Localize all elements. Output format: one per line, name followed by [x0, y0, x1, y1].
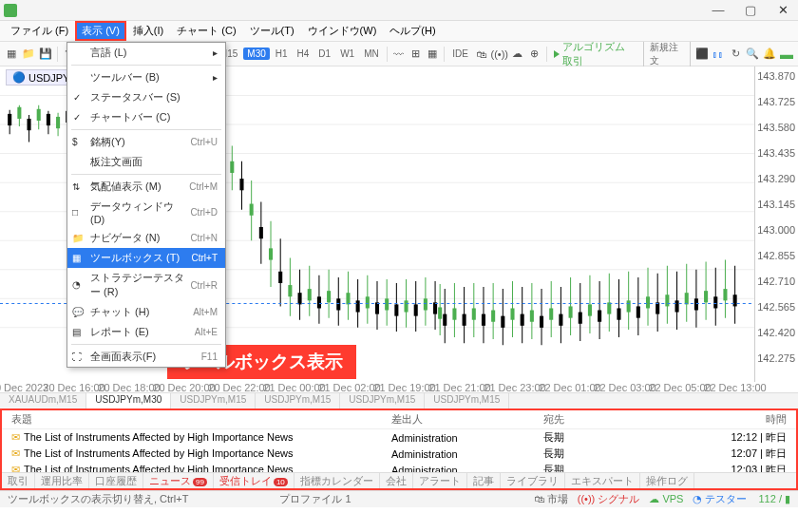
connection-status[interactable]: 112 / ▮	[758, 493, 790, 505]
maximize-icon[interactable]: ▢	[739, 3, 762, 17]
col-subject[interactable]: 表題	[11, 412, 391, 427]
mail-row[interactable]: ✉The List of Instruments Affected by Hig…	[2, 429, 796, 446]
mail-row[interactable]: ✉The List of Instruments Affected by Hig…	[2, 462, 796, 472]
chart-bars-icon[interactable]: ⫾⫾	[711, 46, 726, 63]
signal-link[interactable]: ((•)) シグナル	[578, 492, 640, 506]
toolbox-tab[interactable]: ニュース99	[143, 473, 214, 488]
menu-window[interactable]: ウインドウ(W)	[301, 22, 384, 40]
new-chart-icon[interactable]: ▦	[4, 46, 19, 63]
item-icon: 💬	[72, 307, 84, 318]
svg-rect-104	[438, 307, 442, 318]
grid-icon[interactable]: ▦	[425, 46, 440, 63]
menu-item[interactable]: ✓ステータスバー (S)	[67, 87, 225, 107]
envelope-icon: ✉	[11, 431, 20, 443]
timeframe-H4[interactable]: H4	[294, 48, 314, 60]
toolbox-tab[interactable]: 指標カレンダー	[294, 473, 380, 488]
toolbox-tab[interactable]: 取引	[2, 473, 35, 488]
menu-item[interactable]: $銘柄(Y)Ctrl+U	[67, 132, 225, 152]
menu-file[interactable]: ファイル (F)	[4, 22, 75, 40]
status-hint: ツールボックスの表示切り替え, Ctrl+T	[8, 492, 188, 506]
chart-tab[interactable]: XAUAUDm,M15	[0, 393, 86, 408]
menu-insert[interactable]: 挿入(I)	[126, 22, 170, 40]
chart-tab[interactable]: USDJPYm,M15	[425, 393, 509, 408]
col-time[interactable]: 時間	[711, 412, 787, 427]
menu-tool[interactable]: ツール(T)	[243, 22, 301, 40]
menu-item[interactable]: 板注文画面	[67, 152, 225, 172]
new-order-button[interactable]: 新規注文	[643, 40, 690, 68]
folder-icon[interactable]: 📁	[21, 46, 36, 63]
save-icon[interactable]: 💾	[38, 46, 53, 63]
menu-item[interactable]: ⇅気配値表示 (M)Ctrl+M	[67, 177, 225, 197]
toolbox-tab[interactable]: 会社	[380, 473, 413, 488]
timeframe-MN[interactable]: MN	[360, 48, 383, 60]
bell-icon[interactable]: 🔔	[762, 46, 777, 63]
mail-row[interactable]: ✉The List of Instruments Affected by Hig…	[2, 446, 796, 462]
candle-icon[interactable]: ⊞	[408, 46, 424, 63]
market-icon[interactable]: 🛍	[474, 46, 489, 63]
autotrading-icon[interactable]: ⬛	[694, 46, 710, 63]
col-sender[interactable]: 差出人	[391, 412, 543, 427]
menu-item[interactable]: ✓チャートバー (C)	[67, 107, 225, 127]
menu-chart[interactable]: チャート (C)	[170, 22, 242, 40]
shortcut: Ctrl+R	[190, 280, 218, 291]
timeframe-M30[interactable]: M30	[243, 48, 269, 60]
shortcut: Ctrl+N	[190, 233, 218, 243]
menu-item[interactable]: ▤レポート (E)Alt+E	[67, 322, 225, 342]
envelope-icon: ✉	[11, 464, 20, 472]
svg-rect-78	[317, 296, 321, 308]
algo-trading-button[interactable]: アルゴリズム取引	[550, 40, 639, 68]
col-dest[interactable]: 宛先	[543, 412, 676, 427]
menu-item[interactable]: ツールバー (B)▸	[67, 67, 225, 87]
cloud-icon[interactable]: ☁	[510, 46, 525, 63]
chart-tab[interactable]: USDJPYm,M15	[340, 393, 425, 408]
toolbox-tab[interactable]: 受信トレイ10	[214, 473, 294, 488]
chart-tab[interactable]: USDJPYm,M30	[86, 393, 171, 408]
shortcut: F11	[201, 352, 218, 362]
timeframe-H1[interactable]: H1	[272, 48, 292, 60]
menu-view[interactable]: 表示 (V)	[75, 21, 126, 41]
menu-item[interactable]: ▦ツールボックス (T)Ctrl+T	[67, 248, 225, 268]
menu-separator	[71, 344, 221, 345]
profile-name[interactable]: プロファイル 1	[279, 492, 351, 506]
item-icon: ▤	[72, 327, 84, 338]
chart-tab[interactable]: USDJPYm,M15	[256, 393, 340, 408]
menu-item[interactable]: 📁ナビゲータ (N)Ctrl+N	[67, 228, 225, 248]
tester-link[interactable]: ◔ テスター	[693, 492, 747, 506]
item-label: ツールバー (B)	[90, 70, 160, 85]
toolbox-tab[interactable]: ライブラリ	[501, 473, 565, 488]
toolbox-tab[interactable]: 操作ログ	[640, 473, 694, 488]
menu-item[interactable]: □データウィンドウ (D)Ctrl+D	[67, 197, 225, 228]
mql-icon[interactable]: ⊕	[527, 46, 542, 63]
menu-item[interactable]: ◔ストラテジーテスター (R)Ctrl+R	[67, 268, 225, 302]
svg-rect-64	[250, 204, 254, 216]
svg-rect-110	[463, 314, 466, 326]
chart-tab[interactable]: USDJPYm,M15	[171, 393, 256, 408]
price-label: 142.420	[757, 327, 795, 338]
svg-rect-138	[598, 311, 601, 322]
svg-rect-122	[521, 314, 524, 326]
refresh-icon[interactable]: ↻	[728, 46, 743, 63]
menu-item[interactable]: ⛶全画面表示(F)F11	[67, 347, 225, 367]
toolbox-tab[interactable]: 口座履歴	[89, 473, 143, 488]
toolbox-tab[interactable]: アラート	[413, 473, 467, 488]
menu-item[interactable]: 言語 (L)▸	[67, 43, 225, 63]
menu-separator	[71, 129, 221, 130]
close-icon[interactable]: ✕	[771, 3, 794, 17]
shortcut: Ctrl+U	[190, 137, 218, 147]
minimize-icon[interactable]: —	[707, 3, 730, 17]
item-label: ステータスバー (S)	[90, 90, 180, 104]
toolbox-tab[interactable]: 運用比率	[35, 473, 89, 488]
menu-help[interactable]: ヘルプ(H)	[383, 22, 442, 40]
toolbox-tab[interactable]: エキスパート	[565, 473, 640, 488]
ide-button[interactable]: IDE	[448, 48, 472, 60]
market-link[interactable]: 🛍 市場	[534, 492, 568, 506]
toolbox-tab[interactable]: 記事	[467, 473, 501, 488]
vps-link[interactable]: ☁ VPS	[649, 493, 683, 505]
timeframe-D1[interactable]: D1	[314, 48, 334, 60]
search-icon[interactable]: 🔍	[745, 46, 760, 63]
price-axis: 143.870143.725143.580143.435143.290143.1…	[754, 66, 798, 382]
signal-icon[interactable]: ((•))	[491, 46, 508, 63]
timeframe-W1[interactable]: W1	[336, 48, 358, 60]
indicator-icon[interactable]: 〰	[391, 46, 407, 63]
menu-item[interactable]: 💬チャット (H)Alt+M	[67, 302, 225, 322]
